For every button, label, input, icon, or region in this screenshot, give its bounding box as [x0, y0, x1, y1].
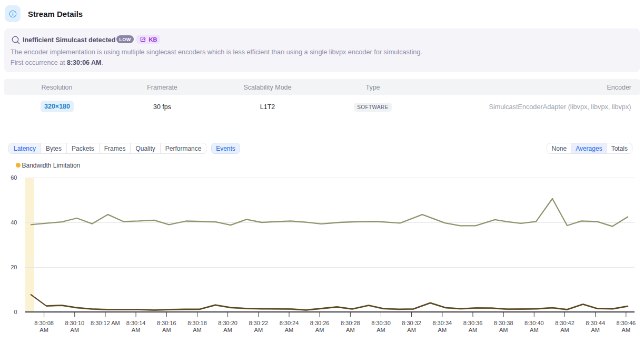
svg-text:8:30:38: 8:30:38 — [494, 320, 513, 326]
svg-text:8:30:20: 8:30:20 — [218, 320, 237, 326]
svg-text:60: 60 — [11, 174, 17, 181]
svg-text:8:30:44: 8:30:44 — [586, 320, 605, 326]
svg-text:8:30:46: 8:30:46 — [616, 320, 636, 326]
svg-text:8:30:22: 8:30:22 — [249, 320, 268, 326]
svg-text:8:30:32: 8:30:32 — [402, 320, 421, 326]
svg-text:8:30:26: 8:30:26 — [310, 320, 330, 326]
svg-text:8:30:08: 8:30:08 — [34, 320, 54, 326]
svg-text:AM: AM — [132, 327, 141, 333]
svg-text:AM: AM — [377, 327, 385, 333]
svg-text:AM: AM — [285, 327, 294, 333]
svg-text:AM: AM — [438, 327, 447, 333]
svg-text:AM: AM — [622, 327, 631, 333]
svg-text:AM: AM — [469, 327, 478, 333]
svg-text:8:30:10: 8:30:10 — [65, 320, 84, 326]
svg-text:8:30:36: 8:30:36 — [463, 320, 483, 326]
svg-text:8:30:42: 8:30:42 — [555, 320, 574, 326]
svg-text:AM: AM — [39, 327, 48, 333]
svg-text:40: 40 — [11, 219, 17, 226]
svg-text:8:30:28: 8:30:28 — [341, 320, 360, 326]
svg-text:8:30:14: 8:30:14 — [126, 320, 146, 326]
svg-text:AM: AM — [560, 327, 569, 333]
svg-text:8:30:40: 8:30:40 — [524, 320, 544, 326]
svg-text:AM: AM — [223, 327, 232, 333]
svg-text:AM: AM — [315, 327, 324, 333]
svg-text:AM: AM — [530, 327, 539, 333]
svg-text:8:30:30: 8:30:30 — [371, 320, 391, 326]
svg-text:20: 20 — [11, 264, 17, 270]
svg-text:AM: AM — [254, 327, 263, 333]
svg-text:8:30:24: 8:30:24 — [280, 320, 299, 326]
svg-text:AM: AM — [499, 327, 508, 333]
svg-text:AM: AM — [71, 327, 80, 333]
svg-text:8:30:16: 8:30:16 — [157, 320, 176, 326]
svg-text:AM: AM — [407, 327, 416, 333]
svg-text:AM: AM — [193, 327, 202, 333]
svg-text:0: 0 — [14, 309, 17, 315]
svg-text:8:30:18: 8:30:18 — [187, 320, 207, 326]
svg-text:8:30:12 AM: 8:30:12 AM — [91, 320, 120, 326]
svg-text:AM: AM — [346, 327, 355, 333]
svg-text:AM: AM — [162, 327, 171, 333]
svg-text:8:30:34: 8:30:34 — [432, 320, 452, 326]
svg-text:AM: AM — [591, 327, 600, 333]
